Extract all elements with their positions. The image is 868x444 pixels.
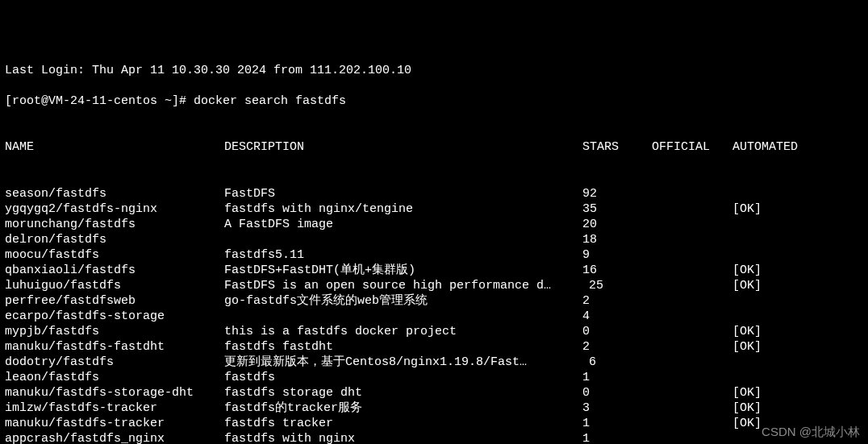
prompt: [root@VM-24-11-centos ~]#	[5, 94, 194, 108]
row-description: fastdfs5.11	[224, 247, 582, 263]
last-login-line: Last Login: Thu Apr 11 10.30.30 2024 fro…	[5, 63, 863, 78]
row-stars: 20	[582, 217, 652, 232]
row-name: morunchang/fastdfs	[5, 217, 224, 232]
header-description: DESCRIPTION	[224, 139, 582, 155]
row-stars: 2	[582, 293, 652, 309]
row-name: imlzw/fastdfs-tracker	[5, 400, 224, 416]
row-description: fastdfs fastdht	[224, 339, 582, 355]
results-table: season/fastdfsFastDFS92ygqygq2/fastdfs-n…	[5, 186, 863, 444]
table-row: delron/fastdfs18	[5, 232, 863, 247]
row-name: perfree/fastdfsweb	[5, 293, 224, 309]
command-text: docker search fastdfs	[194, 94, 346, 108]
header-stars: STARS	[582, 139, 652, 155]
row-stars: 4	[582, 309, 652, 324]
row-description: fastdfs with nginx/tengine	[224, 201, 582, 217]
watermark: CSDN @北城小林	[762, 424, 860, 439]
row-stars: 1	[582, 431, 652, 444]
row-description: fastdfs tracker	[224, 416, 582, 431]
table-header: NAME DESCRIPTION STARS OFFICIAL AUTOMATE…	[5, 139, 863, 155]
row-stars: 1	[582, 370, 652, 385]
row-description	[224, 232, 582, 247]
command-line[interactable]: [root@VM-24-11-centos ~]# docker search …	[5, 93, 863, 109]
row-official	[652, 217, 732, 232]
row-name: dodotry/fastdfs	[5, 355, 224, 370]
row-description: 更新到最新版本，基于Centos8/nginx1.19.8/Fast…	[224, 355, 582, 370]
table-row: imlzw/fastdfs-trackerfastdfs的tracker服务3[…	[5, 400, 863, 416]
table-row: manuku/fastdfs-storage-dhtfastdfs storag…	[5, 385, 863, 400]
row-stars: 2	[582, 339, 652, 355]
row-name: mypjb/fastdfs	[5, 324, 224, 339]
row-stars: 18	[582, 232, 652, 247]
row-automated: [OK]	[732, 385, 762, 400]
table-row: manuku/fastdfs-trackerfastdfs tracker1[O…	[5, 416, 863, 431]
row-official	[652, 186, 732, 201]
row-official	[652, 263, 732, 278]
row-name: ygqygq2/fastdfs-nginx	[5, 201, 224, 217]
header-name: NAME	[5, 139, 224, 155]
row-official	[652, 431, 732, 444]
row-automated: [OK]	[732, 278, 762, 293]
row-stars: 3	[582, 400, 652, 416]
row-name: qbanxiaoli/fastdfs	[5, 263, 224, 278]
row-description: go-fastdfs文件系统的web管理系统	[224, 293, 582, 309]
row-description: fastdfs storage dht	[224, 385, 582, 400]
row-official	[652, 324, 732, 339]
row-official	[652, 416, 732, 431]
row-official	[652, 247, 732, 263]
row-stars: 9	[582, 247, 652, 263]
row-official	[652, 385, 732, 400]
table-row: leaon/fastdfsfastdfs1	[5, 370, 863, 385]
row-stars: 1	[582, 416, 652, 431]
row-name: luhuiguo/fastdfs	[5, 278, 224, 293]
table-row: morunchang/fastdfsA FastDFS image20	[5, 217, 863, 232]
table-row: luhuiguo/fastdfsFastDFS is an open sourc…	[5, 278, 863, 293]
row-description: A FastDFS image	[224, 217, 582, 232]
row-name: ecarpo/fastdfs-storage	[5, 309, 224, 324]
row-official	[652, 232, 732, 247]
row-official	[652, 201, 732, 217]
row-stars: 16	[582, 263, 652, 278]
row-automated: [OK]	[732, 201, 762, 217]
row-automated: [OK]	[732, 339, 762, 355]
row-official	[652, 339, 732, 355]
row-description: FastDFS+FastDHT(单机+集群版)	[224, 263, 582, 278]
row-name: moocu/fastdfs	[5, 247, 224, 263]
header-official: OFFICIAL	[652, 139, 732, 155]
row-stars: 35	[582, 201, 652, 217]
row-stars: 0	[582, 324, 652, 339]
row-stars: 6	[582, 355, 652, 370]
table-row: ecarpo/fastdfs-storage4	[5, 309, 863, 324]
row-automated: [OK]	[732, 416, 762, 431]
header-automated: AUTOMATED	[732, 139, 798, 155]
row-name: appcrash/fastdfs_nginx	[5, 431, 224, 444]
row-stars: 25	[582, 278, 652, 293]
row-official	[652, 309, 732, 324]
row-official	[652, 355, 732, 370]
row-automated: [OK]	[732, 400, 762, 416]
row-automated: [OK]	[732, 263, 762, 278]
row-name: manuku/fastdfs-storage-dht	[5, 385, 224, 400]
table-row: ygqygq2/fastdfs-nginxfastdfs with nginx/…	[5, 201, 863, 217]
row-name: manuku/fastdfs-fastdht	[5, 339, 224, 355]
row-official	[652, 400, 732, 416]
row-official	[652, 370, 732, 385]
row-description: fastdfs	[224, 370, 582, 385]
row-description: fastdfs with nginx	[224, 431, 582, 444]
row-automated: [OK]	[732, 324, 762, 339]
table-row: manuku/fastdfs-fastdhtfastdfs fastdht2[O…	[5, 339, 863, 355]
table-row: appcrash/fastdfs_nginxfastdfs with nginx…	[5, 431, 863, 444]
row-description: FastDFS is an open source high performan…	[224, 278, 582, 293]
row-stars: 92	[582, 186, 652, 201]
row-name: season/fastdfs	[5, 186, 224, 201]
row-official	[652, 293, 732, 309]
row-official	[652, 278, 732, 293]
table-row: mypjb/fastdfsthis is a fastdfs docker pr…	[5, 324, 863, 339]
table-row: season/fastdfsFastDFS92	[5, 186, 863, 201]
row-name: manuku/fastdfs-tracker	[5, 416, 224, 431]
row-name: leaon/fastdfs	[5, 370, 224, 385]
row-description	[224, 309, 582, 324]
row-stars: 0	[582, 385, 652, 400]
row-description: FastDFS	[224, 186, 582, 201]
row-description: fastdfs的tracker服务	[224, 400, 582, 416]
table-row: qbanxiaoli/fastdfsFastDFS+FastDHT(单机+集群版…	[5, 263, 863, 278]
